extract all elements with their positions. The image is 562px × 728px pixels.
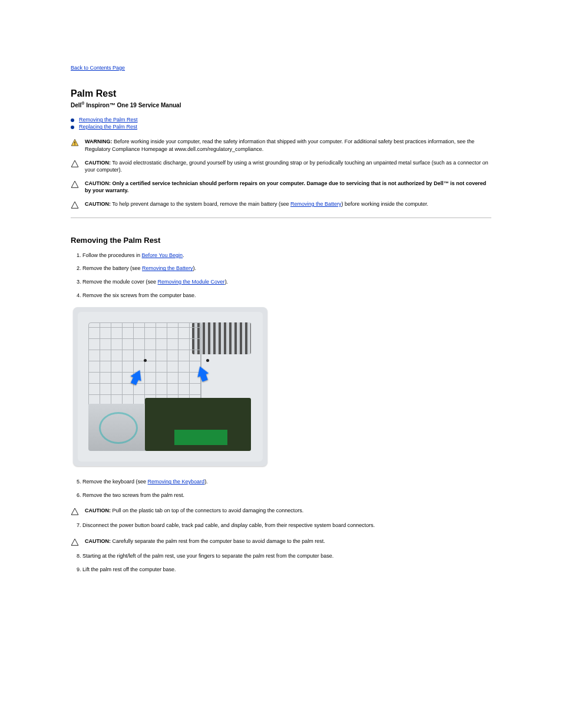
caution-note-2: CAUTION: Only a certified service techni… (71, 180, 491, 195)
warning-note: WARNING: Before working inside your comp… (71, 138, 491, 153)
page-title: Palm Rest (71, 88, 491, 99)
back-to-contents-link[interactable]: Back to Contents Page (71, 65, 125, 71)
figure-grid (88, 322, 201, 406)
step-7: Disconnect the power button board cable,… (82, 522, 491, 529)
section-heading-remove: Removing the Palm Rest (71, 236, 491, 245)
removing-keyboard-link[interactable]: Removing the Keyboard (148, 479, 205, 485)
caution-text-3b: ) before working inside the computer. (342, 201, 429, 207)
step-text: Follow the procedures in (82, 252, 142, 258)
caution-icon (71, 538, 79, 546)
caution-label: CAUTION: (85, 201, 111, 207)
steps-list-4: Starting at the right/left of the palm r… (71, 552, 491, 573)
caution-label: CAUTION: (85, 538, 111, 544)
step-8: Starting at the right/left of the palm r… (82, 552, 491, 560)
figure-dimm (174, 430, 227, 445)
brand-name: Dell (71, 102, 81, 108)
step-4: Remove the six screws from the computer … (82, 292, 491, 299)
toc-replace-link[interactable]: Replacing the Palm Rest (79, 124, 137, 130)
warning-text: Before working inside your computer, rea… (85, 139, 474, 152)
step-6: Remove the two screws from the palm rest… (82, 492, 491, 499)
step-5: Remove the keyboard (see Removing the Ke… (82, 478, 491, 486)
page: Back to Contents Page Palm Rest Dell® In… (0, 0, 562, 728)
removing-battery-link[interactable]: Removing the Battery (142, 265, 193, 271)
step-text: Remove the module cover (see (82, 279, 158, 285)
step-text: Remove the keyboard (see (82, 479, 148, 485)
warning-label: WARNING: (85, 139, 113, 144)
figure-board-area (145, 398, 251, 451)
step-1: Follow the procedures in Before You Begi… (82, 252, 491, 259)
divider (71, 218, 491, 218)
steps-list-1: Follow the procedures in Before You Begi… (71, 252, 491, 299)
svg-rect-1 (74, 144, 75, 145)
svg-rect-0 (74, 142, 75, 144)
caution-note-1: CAUTION: To avoid electrostatic discharg… (71, 159, 491, 174)
step-2: Remove the battery (see Removing the Bat… (82, 265, 491, 272)
figure-body (78, 312, 263, 462)
caution-label: CAUTION: (85, 180, 111, 186)
before-you-begin-link[interactable]: Before You Begin (142, 252, 183, 258)
figure-screw-dot (206, 359, 209, 362)
caution-label: CAUTION: (85, 160, 111, 166)
figure-computer-base (73, 307, 267, 466)
caution-text-4: Pull on the plastic tab on top of the co… (111, 508, 303, 513)
step-text: . (183, 252, 184, 258)
steps-list-3: Disconnect the power button board cable,… (71, 522, 491, 529)
caution-text-3a: To help prevent damage to the system boa… (111, 201, 290, 207)
step-text: Remove the battery (see (82, 265, 142, 271)
removing-module-cover-link[interactable]: Removing the Module Cover (158, 279, 225, 285)
caution-note-4: CAUTION: Pull on the plastic tab on top … (71, 507, 491, 516)
document-subtitle: Dell® Inspiron™ One 19 Service Manual (71, 101, 491, 108)
caution-icon (71, 508, 79, 516)
step-text: ). (225, 279, 229, 285)
step-text: ). (204, 479, 208, 485)
caution-label: CAUTION: (85, 508, 111, 513)
toc-remove-link[interactable]: Removing the Palm Rest (79, 117, 138, 123)
caution-note-3: CAUTION: To help prevent damage to the s… (71, 200, 491, 209)
product-name: Inspiron™ One 19 Service Manual (85, 102, 181, 108)
caution-text-2a: Only a certified service technician shou… (111, 180, 449, 186)
step-3: Remove the module cover (see Removing th… (82, 278, 491, 286)
remove-battery-link[interactable]: Removing the Battery (290, 201, 342, 207)
caution-text-1: To avoid electrostatic discharge, ground… (85, 160, 488, 173)
steps-list-2: Remove the keyboard (see Removing the Ke… (71, 478, 491, 499)
caution-text-5: Carefully separate the palm rest from th… (111, 538, 325, 544)
toc-list: Removing the Palm Rest Replacing the Pal… (71, 117, 491, 130)
step-9: Lift the palm rest off the computer base… (82, 566, 491, 574)
caution-icon (71, 201, 79, 209)
caution-icon (71, 180, 79, 189)
caution-note-5: CAUTION: Carefully separate the palm res… (71, 538, 491, 546)
caution-icon (71, 160, 79, 168)
step-text: ). (193, 265, 197, 271)
warning-icon (71, 139, 79, 147)
